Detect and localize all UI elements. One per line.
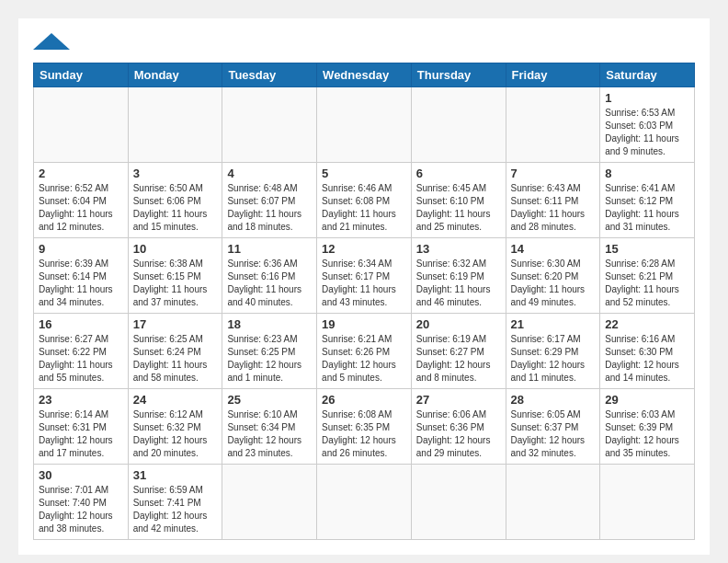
calendar-cell: 3Sunrise: 6:50 AM Sunset: 6:06 PM Daylig… xyxy=(128,163,222,238)
svg-marker-0 xyxy=(33,33,70,50)
calendar-cell xyxy=(128,87,222,163)
day-info: Sunrise: 6:27 AM Sunset: 6:22 PM Dayligh… xyxy=(39,333,123,385)
day-number: 1 xyxy=(605,91,689,105)
calendar-cell xyxy=(411,87,506,163)
day-info: Sunrise: 6:14 AM Sunset: 6:31 PM Dayligh… xyxy=(39,408,123,460)
day-number: 22 xyxy=(605,317,689,331)
week-row-2: 9Sunrise: 6:39 AM Sunset: 6:14 PM Daylig… xyxy=(34,238,695,314)
calendar-cell: 31Sunrise: 6:59 AM Sunset: 7:41 PM Dayli… xyxy=(128,465,222,540)
weekday-header-saturday: Saturday xyxy=(600,63,695,87)
weekday-header-thursday: Thursday xyxy=(411,63,506,87)
day-number: 30 xyxy=(39,468,123,482)
day-info: Sunrise: 6:23 AM Sunset: 6:25 PM Dayligh… xyxy=(227,333,312,385)
calendar-cell xyxy=(600,465,695,540)
calendar-cell: 17Sunrise: 6:25 AM Sunset: 6:24 PM Dayli… xyxy=(128,314,222,389)
day-number: 28 xyxy=(511,393,596,407)
day-number: 12 xyxy=(322,242,406,256)
day-number: 6 xyxy=(416,167,501,180)
calendar-cell: 12Sunrise: 6:34 AM Sunset: 6:17 PM Dayli… xyxy=(317,238,412,314)
day-number: 25 xyxy=(227,393,312,407)
day-number: 5 xyxy=(322,167,406,180)
calendar-cell: 8Sunrise: 6:41 AM Sunset: 6:12 PM Daylig… xyxy=(600,163,695,238)
day-info: Sunrise: 6:43 AM Sunset: 6:11 PM Dayligh… xyxy=(511,182,596,234)
day-info: Sunrise: 6:53 AM Sunset: 6:03 PM Dayligh… xyxy=(605,107,689,158)
day-info: Sunrise: 6:03 AM Sunset: 6:39 PM Dayligh… xyxy=(605,408,689,460)
day-info: Sunrise: 6:34 AM Sunset: 6:17 PM Dayligh… xyxy=(322,258,406,309)
day-number: 15 xyxy=(605,242,689,256)
day-number: 8 xyxy=(605,167,689,180)
day-info: Sunrise: 6:46 AM Sunset: 6:08 PM Dayligh… xyxy=(322,182,406,234)
calendar-cell: 29Sunrise: 6:03 AM Sunset: 6:39 PM Dayli… xyxy=(600,389,695,465)
calendar-cell xyxy=(317,87,412,163)
day-info: Sunrise: 6:41 AM Sunset: 6:12 PM Dayligh… xyxy=(605,182,689,234)
calendar-cell: 20Sunrise: 6:19 AM Sunset: 6:27 PM Dayli… xyxy=(411,314,506,389)
day-info: Sunrise: 6:10 AM Sunset: 6:34 PM Dayligh… xyxy=(227,408,312,460)
calendar-cell xyxy=(506,87,600,163)
calendar-cell: 22Sunrise: 6:16 AM Sunset: 6:30 PM Dayli… xyxy=(600,314,695,389)
calendar-cell: 16Sunrise: 6:27 AM Sunset: 6:22 PM Dayli… xyxy=(34,314,129,389)
calendar-table: SundayMondayTuesdayWednesdayThursdayFrid… xyxy=(33,63,695,540)
calendar-cell: 1Sunrise: 6:53 AM Sunset: 6:03 PM Daylig… xyxy=(600,87,695,163)
week-row-3: 16Sunrise: 6:27 AM Sunset: 6:22 PM Dayli… xyxy=(34,314,695,389)
day-number: 14 xyxy=(511,242,596,256)
calendar-page: SundayMondayTuesdayWednesdayThursdayFrid… xyxy=(18,18,710,555)
week-row-0: 1Sunrise: 6:53 AM Sunset: 6:03 PM Daylig… xyxy=(34,87,695,163)
calendar-cell: 11Sunrise: 6:36 AM Sunset: 6:16 PM Dayli… xyxy=(222,238,317,314)
calendar-header: SundayMondayTuesdayWednesdayThursdayFrid… xyxy=(34,63,695,87)
day-number: 21 xyxy=(511,317,596,331)
day-number: 9 xyxy=(39,242,123,256)
calendar-cell xyxy=(222,87,317,163)
calendar-cell: 2Sunrise: 6:52 AM Sunset: 6:04 PM Daylig… xyxy=(34,163,129,238)
day-number: 23 xyxy=(39,393,123,407)
day-info: Sunrise: 6:38 AM Sunset: 6:15 PM Dayligh… xyxy=(133,258,218,309)
calendar-cell: 4Sunrise: 6:48 AM Sunset: 6:07 PM Daylig… xyxy=(222,163,317,238)
calendar-cell: 19Sunrise: 6:21 AM Sunset: 6:26 PM Dayli… xyxy=(317,314,412,389)
day-info: Sunrise: 6:30 AM Sunset: 6:20 PM Dayligh… xyxy=(511,258,596,309)
week-row-1: 2Sunrise: 6:52 AM Sunset: 6:04 PM Daylig… xyxy=(34,163,695,238)
day-info: Sunrise: 6:59 AM Sunset: 7:41 PM Dayligh… xyxy=(133,484,218,535)
day-info: Sunrise: 6:36 AM Sunset: 6:16 PM Dayligh… xyxy=(227,258,312,309)
day-info: Sunrise: 6:52 AM Sunset: 6:04 PM Dayligh… xyxy=(39,182,123,234)
day-number: 31 xyxy=(133,468,218,482)
day-info: Sunrise: 7:01 AM Sunset: 7:40 PM Dayligh… xyxy=(39,484,123,535)
day-number: 11 xyxy=(227,242,312,256)
day-number: 7 xyxy=(511,167,596,180)
calendar-cell: 14Sunrise: 6:30 AM Sunset: 6:20 PM Dayli… xyxy=(506,238,600,314)
day-number: 4 xyxy=(227,167,312,180)
day-info: Sunrise: 6:28 AM Sunset: 6:21 PM Dayligh… xyxy=(605,258,689,309)
day-number: 18 xyxy=(227,317,312,331)
calendar-cell: 6Sunrise: 6:45 AM Sunset: 6:10 PM Daylig… xyxy=(411,163,506,238)
calendar-cell xyxy=(317,465,412,540)
day-number: 27 xyxy=(416,393,501,407)
logo xyxy=(33,33,70,53)
day-number: 16 xyxy=(39,317,123,331)
calendar-cell: 28Sunrise: 6:05 AM Sunset: 6:37 PM Dayli… xyxy=(506,389,600,465)
calendar-cell: 10Sunrise: 6:38 AM Sunset: 6:15 PM Dayli… xyxy=(128,238,222,314)
week-row-5: 30Sunrise: 7:01 AM Sunset: 7:40 PM Dayli… xyxy=(34,465,695,540)
calendar-cell xyxy=(222,465,317,540)
calendar-cell xyxy=(506,465,600,540)
calendar-cell: 5Sunrise: 6:46 AM Sunset: 6:08 PM Daylig… xyxy=(317,163,412,238)
day-info: Sunrise: 6:21 AM Sunset: 6:26 PM Dayligh… xyxy=(322,333,406,385)
day-info: Sunrise: 6:08 AM Sunset: 6:35 PM Dayligh… xyxy=(322,408,406,460)
weekday-header-monday: Monday xyxy=(128,63,222,87)
day-number: 3 xyxy=(133,167,218,180)
day-info: Sunrise: 6:39 AM Sunset: 6:14 PM Dayligh… xyxy=(39,258,123,309)
day-info: Sunrise: 6:05 AM Sunset: 6:37 PM Dayligh… xyxy=(511,408,596,460)
day-info: Sunrise: 6:50 AM Sunset: 6:06 PM Dayligh… xyxy=(133,182,218,234)
day-number: 13 xyxy=(416,242,501,256)
calendar-cell: 23Sunrise: 6:14 AM Sunset: 6:31 PM Dayli… xyxy=(34,389,129,465)
calendar-cell: 7Sunrise: 6:43 AM Sunset: 6:11 PM Daylig… xyxy=(506,163,600,238)
day-info: Sunrise: 6:45 AM Sunset: 6:10 PM Dayligh… xyxy=(416,182,501,234)
calendar-cell xyxy=(34,87,129,163)
calendar-cell: 21Sunrise: 6:17 AM Sunset: 6:29 PM Dayli… xyxy=(506,314,600,389)
header xyxy=(33,33,695,53)
day-info: Sunrise: 6:17 AM Sunset: 6:29 PM Dayligh… xyxy=(511,333,596,385)
day-info: Sunrise: 6:06 AM Sunset: 6:36 PM Dayligh… xyxy=(416,408,501,460)
day-number: 19 xyxy=(322,317,406,331)
day-number: 20 xyxy=(416,317,501,331)
weekday-header-tuesday: Tuesday xyxy=(222,63,317,87)
weekday-header-friday: Friday xyxy=(506,63,600,87)
week-row-4: 23Sunrise: 6:14 AM Sunset: 6:31 PM Dayli… xyxy=(34,389,695,465)
day-number: 17 xyxy=(133,317,218,331)
